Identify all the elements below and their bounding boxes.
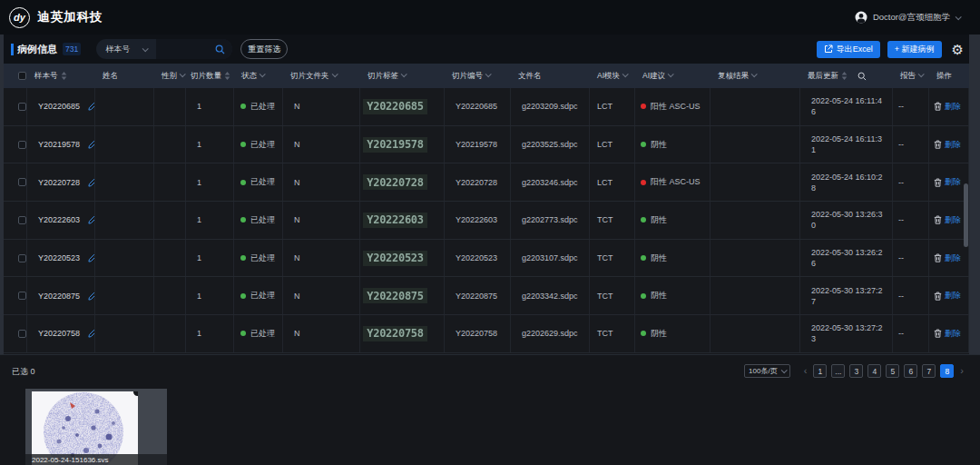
search-field-select[interactable]: 样本号	[96, 44, 156, 55]
table-row[interactable]: Y20220728 1 已处理 N Y20220728 Y20220728 g2…	[4, 163, 969, 202]
scrollbar-thumb[interactable]	[964, 183, 968, 247]
col-header-slice-label[interactable]: 切片标签	[360, 64, 445, 88]
delete-button[interactable]: 删除	[945, 101, 961, 113]
trash-icon[interactable]	[934, 292, 942, 301]
col-header-gender[interactable]: 性别	[154, 64, 186, 88]
trash-icon[interactable]	[934, 140, 942, 149]
slide-label-image[interactable]: Y20220523	[363, 251, 427, 266]
edit-icon[interactable]	[88, 102, 95, 111]
filter-caret-icon[interactable]	[751, 71, 758, 77]
delete-button[interactable]: 删除	[945, 139, 961, 151]
filter-caret-icon[interactable]	[485, 71, 492, 77]
sort-icon[interactable]	[224, 72, 230, 80]
slide-label-image[interactable]: Y20220758	[363, 326, 427, 341]
filter-caret-icon[interactable]	[180, 71, 186, 77]
row-checkbox[interactable]	[18, 254, 26, 262]
col-header-slice-count[interactable]: 切片数量	[186, 64, 234, 88]
page-button-7[interactable]: 7	[922, 364, 936, 378]
slide-label-image[interactable]: Y20219578	[363, 137, 427, 153]
table-row[interactable]: Y20220758 1 已处理 N Y20220758 Y20220758 g2…	[4, 315, 969, 353]
edit-icon[interactable]	[88, 253, 95, 262]
status-dot	[240, 142, 246, 147]
edit-icon[interactable]	[88, 178, 95, 187]
table-row[interactable]: Y20220875 1 已处理 N Y20220875 Y20220875 g2…	[4, 277, 969, 315]
page-button-5[interactable]: 5	[886, 364, 899, 378]
page-ellipsis[interactable]: ...	[831, 364, 845, 378]
delete-button[interactable]: 删除	[945, 176, 961, 188]
account-name: Doctor@宫颈细胞学	[873, 12, 950, 24]
delete-button[interactable]: 删除	[945, 214, 961, 226]
trash-icon[interactable]	[934, 215, 942, 224]
new-case-button[interactable]: + 新建病例	[887, 41, 942, 58]
row-checkbox[interactable]	[18, 103, 26, 111]
col-header-file-name: 文件名	[511, 64, 590, 88]
page-button-1[interactable]: 1	[813, 364, 827, 378]
edit-icon[interactable]	[88, 292, 95, 301]
page-size-select[interactable]: 100条/页	[744, 364, 790, 378]
filter-caret-icon[interactable]	[668, 71, 674, 77]
slide-thumbnail-card[interactable]: 2022-05-24-151636.svs	[25, 389, 167, 465]
slide-label-image[interactable]: Y20220685	[363, 99, 427, 114]
trash-icon[interactable]	[934, 178, 942, 187]
settings-gear-icon[interactable]: ⚙	[952, 43, 964, 56]
trash-icon[interactable]	[934, 253, 942, 262]
col-header-select[interactable]	[4, 64, 27, 88]
page-button-3[interactable]: 3	[849, 364, 863, 378]
edit-icon[interactable]	[88, 140, 95, 149]
col-header-status[interactable]: 状态	[234, 64, 283, 88]
slice-count: 1	[197, 140, 201, 149]
search-input[interactable]	[156, 39, 232, 59]
status-text: 已处理	[250, 139, 275, 151]
page-button-4[interactable]: 4	[867, 364, 881, 378]
col-header-slice-folder[interactable]: 切片文件夹	[283, 64, 360, 88]
row-checkbox[interactable]	[18, 330, 26, 338]
filter-caret-icon[interactable]	[918, 71, 925, 77]
ai-module: LCT	[597, 140, 612, 149]
col-header-ai-suggestion[interactable]: AI建议	[635, 64, 710, 88]
table-row[interactable]: Y20220685 1 已处理 N Y20220685 Y20220685 g2…	[4, 88, 969, 126]
slice-number: Y20220758	[456, 329, 497, 338]
slice-folder: N	[294, 140, 300, 149]
col-header-last-update[interactable]: 最后更新	[800, 64, 893, 88]
edit-icon[interactable]	[88, 329, 95, 338]
prev-page-icon[interactable]: ‹	[802, 366, 809, 376]
table-row[interactable]: Y20222603 1 已处理 N Y20222603 Y20222603 g2…	[4, 202, 969, 240]
column-search-icon[interactable]	[858, 72, 867, 81]
delete-button[interactable]: 删除	[945, 252, 961, 264]
col-header-slice-no[interactable]: 切片编号	[445, 64, 511, 88]
col-header-ai-module[interactable]: AI模块	[590, 64, 635, 88]
slide-label-image[interactable]: Y20220875	[363, 288, 427, 303]
select-all-checkbox[interactable]	[18, 72, 26, 80]
col-header-report[interactable]: 报告	[893, 64, 929, 88]
sample-id: Y20220728	[38, 178, 80, 187]
account-menu[interactable]: Doctor@宫颈细胞学	[855, 11, 960, 24]
search-icon[interactable]	[215, 45, 225, 54]
col-header-review-result[interactable]: 复核结果	[710, 64, 800, 88]
slide-label-image[interactable]: Y20222603	[363, 213, 427, 228]
filter-caret-icon[interactable]	[401, 71, 407, 77]
filter-caret-icon[interactable]	[331, 71, 338, 77]
next-page-icon[interactable]: ›	[958, 366, 965, 376]
delete-button[interactable]: 删除	[945, 328, 961, 340]
sort-icon[interactable]	[841, 72, 848, 80]
page-button-6[interactable]: 6	[904, 364, 917, 378]
trash-icon[interactable]	[934, 329, 942, 338]
table-row[interactable]: Y20219578 1 已处理 N Y20219578 Y20219578 g2…	[4, 126, 969, 164]
sort-icon[interactable]	[61, 72, 67, 80]
export-excel-button[interactable]: 导出Excel	[817, 41, 880, 58]
table-row[interactable]: Y20220523 1 已处理 N Y20220523 Y20220523 g2…	[4, 240, 969, 278]
col-header-sample-no[interactable]: 样本号	[27, 64, 95, 88]
slide-label-image[interactable]: Y20220728	[363, 174, 427, 190]
trash-icon[interactable]	[934, 102, 942, 111]
row-checkbox[interactable]	[18, 141, 26, 149]
page-button-8[interactable]: 8	[940, 364, 954, 378]
edit-icon[interactable]	[88, 215, 95, 224]
last-updated: 2022-05-24 16:11:31	[811, 134, 885, 155]
delete-button[interactable]: 删除	[945, 290, 961, 302]
filter-caret-icon[interactable]	[260, 71, 266, 77]
row-checkbox[interactable]	[18, 292, 26, 300]
filter-caret-icon[interactable]	[622, 71, 629, 77]
row-checkbox[interactable]	[18, 178, 26, 186]
reset-filter-button[interactable]: 重置筛选	[240, 39, 288, 59]
row-checkbox[interactable]	[18, 216, 26, 224]
